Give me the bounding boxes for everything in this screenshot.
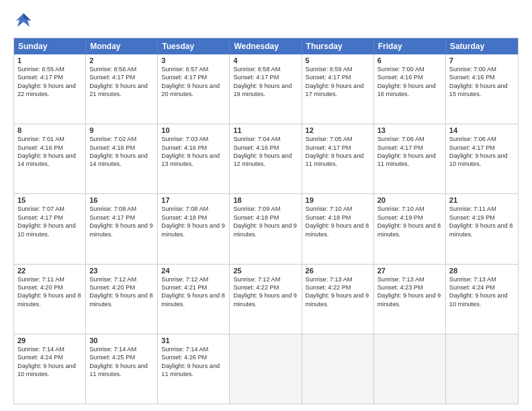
day-header-tuesday: Tuesday (158, 38, 230, 54)
day-cell-28: 28 Sunrise: 7:13 AM Sunset: 4:24 PM Dayl… (446, 265, 518, 334)
header (13, 11, 519, 31)
day-info: Sunrise: 7:13 AM Sunset: 4:22 PM Dayligh… (306, 275, 370, 309)
day-number: 2 (89, 56, 154, 64)
day-cell-15: 15 Sunrise: 7:07 AM Sunset: 4:17 PM Dayl… (14, 194, 86, 263)
day-number: 5 (306, 56, 370, 64)
day-number: 23 (89, 267, 154, 275)
day-info: Sunrise: 7:11 AM Sunset: 4:19 PM Dayligh… (449, 205, 515, 238)
day-number: 13 (378, 126, 442, 134)
week-row-0: 1 Sunrise: 6:55 AM Sunset: 4:17 PM Dayli… (14, 54, 518, 124)
day-number: 3 (161, 56, 226, 64)
week-row-3: 22 Sunrise: 7:11 AM Sunset: 4:20 PM Dayl… (14, 264, 518, 334)
day-number: 20 (378, 196, 442, 204)
day-number: 19 (306, 196, 370, 204)
day-info: Sunrise: 7:10 AM Sunset: 4:19 PM Dayligh… (378, 205, 442, 238)
day-number: 6 (378, 56, 442, 64)
day-cell-23: 23 Sunrise: 7:12 AM Sunset: 4:20 PM Dayl… (86, 265, 158, 334)
day-info: Sunrise: 6:57 AM Sunset: 4:17 PM Dayligh… (161, 65, 226, 99)
day-cell-22: 22 Sunrise: 7:11 AM Sunset: 4:20 PM Dayl… (14, 265, 86, 334)
day-header-thursday: Thursday (302, 38, 374, 54)
day-cell-4: 4 Sunrise: 6:58 AM Sunset: 4:17 PM Dayli… (230, 54, 302, 124)
day-header-sunday: Sunday (14, 38, 86, 54)
day-header-saturday: Saturday (446, 38, 518, 54)
day-number: 1 (17, 56, 82, 64)
day-number: 17 (161, 196, 226, 204)
empty-cell (446, 334, 518, 404)
page: SundayMondayTuesdayWednesdayThursdayFrid… (0, 0, 532, 411)
day-info: Sunrise: 7:12 AM Sunset: 4:21 PM Dayligh… (161, 275, 226, 309)
day-cell-6: 6 Sunrise: 7:00 AM Sunset: 4:16 PM Dayli… (374, 54, 446, 124)
calendar: SundayMondayTuesdayWednesdayThursdayFrid… (13, 38, 519, 404)
day-number: 24 (161, 267, 226, 275)
day-cell-9: 9 Sunrise: 7:02 AM Sunset: 4:16 PM Dayli… (86, 124, 158, 193)
day-cell-12: 12 Sunrise: 7:05 AM Sunset: 4:17 PM Dayl… (302, 124, 374, 193)
day-cell-31: 31 Sunrise: 7:14 AM Sunset: 4:26 PM Dayl… (158, 334, 230, 404)
day-number: 27 (378, 267, 442, 275)
day-cell-24: 24 Sunrise: 7:12 AM Sunset: 4:21 PM Dayl… (158, 265, 230, 334)
calendar-body: 1 Sunrise: 6:55 AM Sunset: 4:17 PM Dayli… (14, 54, 518, 404)
day-cell-3: 3 Sunrise: 6:57 AM Sunset: 4:17 PM Dayli… (158, 54, 230, 124)
day-cell-1: 1 Sunrise: 6:55 AM Sunset: 4:17 PM Dayli… (14, 54, 86, 124)
day-info: Sunrise: 7:08 AM Sunset: 4:18 PM Dayligh… (161, 205, 226, 238)
day-info: Sunrise: 7:14 AM Sunset: 4:24 PM Dayligh… (17, 345, 82, 379)
day-header-monday: Monday (86, 38, 158, 54)
day-number: 29 (17, 336, 82, 345)
day-info: Sunrise: 7:03 AM Sunset: 4:16 PM Dayligh… (161, 135, 226, 169)
day-cell-16: 16 Sunrise: 7:08 AM Sunset: 4:17 PM Dayl… (86, 194, 158, 263)
day-number: 7 (449, 56, 515, 64)
week-row-2: 15 Sunrise: 7:07 AM Sunset: 4:17 PM Dayl… (14, 193, 518, 263)
day-cell-30: 30 Sunrise: 7:14 AM Sunset: 4:25 PM Dayl… (86, 334, 158, 404)
logo-icon (13, 11, 34, 31)
day-info: Sunrise: 7:01 AM Sunset: 4:16 PM Dayligh… (17, 135, 82, 169)
day-number: 10 (161, 126, 226, 134)
day-info: Sunrise: 6:56 AM Sunset: 4:17 PM Dayligh… (89, 65, 154, 99)
day-info: Sunrise: 7:12 AM Sunset: 4:22 PM Dayligh… (233, 275, 298, 309)
day-cell-7: 7 Sunrise: 7:00 AM Sunset: 4:16 PM Dayli… (446, 54, 518, 124)
day-info: Sunrise: 7:13 AM Sunset: 4:24 PM Dayligh… (449, 275, 515, 309)
day-info: Sunrise: 7:14 AM Sunset: 4:26 PM Dayligh… (161, 345, 226, 379)
day-info: Sunrise: 6:59 AM Sunset: 4:17 PM Dayligh… (306, 65, 370, 99)
day-info: Sunrise: 7:04 AM Sunset: 4:16 PM Dayligh… (233, 135, 298, 169)
day-cell-18: 18 Sunrise: 7:09 AM Sunset: 4:18 PM Dayl… (230, 194, 302, 263)
day-info: Sunrise: 7:06 AM Sunset: 4:17 PM Dayligh… (378, 135, 442, 169)
day-info: Sunrise: 6:55 AM Sunset: 4:17 PM Dayligh… (17, 65, 82, 99)
day-info: Sunrise: 7:02 AM Sunset: 4:16 PM Dayligh… (89, 135, 154, 169)
day-info: Sunrise: 7:06 AM Sunset: 4:17 PM Dayligh… (449, 135, 515, 169)
day-cell-2: 2 Sunrise: 6:56 AM Sunset: 4:17 PM Dayli… (86, 54, 158, 124)
day-cell-25: 25 Sunrise: 7:12 AM Sunset: 4:22 PM Dayl… (230, 265, 302, 334)
day-info: Sunrise: 7:00 AM Sunset: 4:16 PM Dayligh… (378, 65, 442, 99)
day-number: 21 (449, 196, 515, 204)
day-info: Sunrise: 7:09 AM Sunset: 4:18 PM Dayligh… (233, 205, 298, 238)
day-cell-17: 17 Sunrise: 7:08 AM Sunset: 4:18 PM Dayl… (158, 194, 230, 263)
day-number: 4 (233, 56, 298, 64)
day-number: 18 (233, 196, 298, 204)
day-cell-5: 5 Sunrise: 6:59 AM Sunset: 4:17 PM Dayli… (302, 54, 374, 124)
day-number: 9 (89, 126, 154, 134)
day-info: Sunrise: 7:07 AM Sunset: 4:17 PM Dayligh… (17, 205, 82, 238)
day-cell-19: 19 Sunrise: 7:10 AM Sunset: 4:18 PM Dayl… (302, 194, 374, 263)
week-row-1: 8 Sunrise: 7:01 AM Sunset: 4:16 PM Dayli… (14, 124, 518, 193)
day-cell-29: 29 Sunrise: 7:14 AM Sunset: 4:24 PM Dayl… (14, 334, 86, 404)
day-info: Sunrise: 7:00 AM Sunset: 4:16 PM Dayligh… (449, 65, 515, 99)
day-number: 25 (233, 267, 298, 275)
day-number: 30 (89, 336, 154, 345)
calendar-header: SundayMondayTuesdayWednesdayThursdayFrid… (14, 38, 518, 54)
day-number: 15 (17, 196, 82, 204)
day-cell-26: 26 Sunrise: 7:13 AM Sunset: 4:22 PM Dayl… (302, 265, 374, 334)
day-number: 28 (449, 267, 515, 275)
day-info: Sunrise: 7:05 AM Sunset: 4:17 PM Dayligh… (306, 135, 370, 169)
week-row-4: 29 Sunrise: 7:14 AM Sunset: 4:24 PM Dayl… (14, 334, 518, 404)
day-number: 26 (306, 267, 370, 275)
day-cell-8: 8 Sunrise: 7:01 AM Sunset: 4:16 PM Dayli… (14, 124, 86, 193)
day-number: 8 (17, 126, 82, 134)
day-cell-11: 11 Sunrise: 7:04 AM Sunset: 4:16 PM Dayl… (230, 124, 302, 193)
logo (13, 11, 36, 31)
day-cell-14: 14 Sunrise: 7:06 AM Sunset: 4:17 PM Dayl… (446, 124, 518, 193)
day-info: Sunrise: 7:11 AM Sunset: 4:20 PM Dayligh… (17, 275, 82, 309)
day-number: 16 (89, 196, 154, 204)
day-cell-10: 10 Sunrise: 7:03 AM Sunset: 4:16 PM Dayl… (158, 124, 230, 193)
day-info: Sunrise: 7:08 AM Sunset: 4:17 PM Dayligh… (89, 205, 154, 238)
day-header-friday: Friday (374, 38, 446, 54)
day-number: 14 (449, 126, 515, 134)
day-number: 22 (17, 267, 82, 275)
